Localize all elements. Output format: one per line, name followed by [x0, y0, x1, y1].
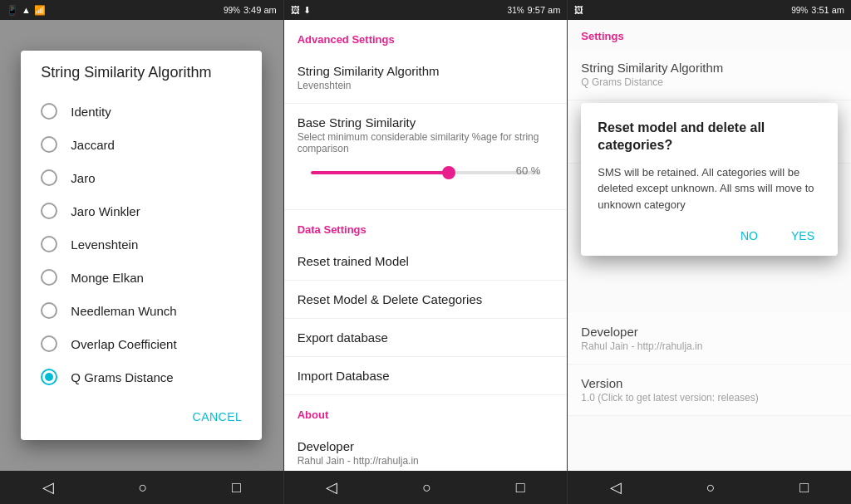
status-left-icons-3: 🖼	[574, 5, 583, 15]
radio-qgrams[interactable]	[41, 369, 57, 385]
settings-item-title: Export database	[298, 330, 554, 345]
battery-level-3: 99%	[791, 6, 808, 15]
section-data: Data Settings	[284, 210, 568, 242]
list-item[interactable]: Jaccard	[21, 128, 262, 161]
list-item[interactable]: Jaro	[21, 161, 262, 194]
battery-level-2: 31%	[508, 6, 524, 15]
section-settings: Settings	[568, 20, 851, 49]
item-title: String Similarity Algorithm	[581, 61, 838, 75]
radio-label-jaro: Jaro	[71, 171, 95, 185]
list-item[interactable]: Q Grams Distance	[21, 360, 262, 394]
signal-icon: 📶	[34, 5, 46, 16]
settings-item-title: Developer	[298, 439, 554, 453]
download-icon: ⬇	[303, 5, 311, 16]
radio-label-jaro-winkler: Jaro Winkler	[71, 204, 140, 218]
radio-label-jaccard: Jaccard	[71, 138, 115, 152]
settings-item-import[interactable]: Import Database	[284, 357, 568, 395]
screen1: 📱 ▲ 📶 99% 3:49 am String Similarity Algo…	[0, 0, 283, 504]
radio-label-levenshtein: Levenshtein	[71, 237, 138, 252]
item-title: Version	[581, 376, 838, 390]
status-bar-3: 🖼 99% 3:51 am	[568, 0, 851, 20]
back-button-3[interactable]: ◁	[610, 478, 622, 497]
radio-label-needleman: Needleman Wunch	[71, 304, 176, 318]
dialog-actions: CANCEL	[21, 397, 262, 433]
list-item[interactable]: Overlap Coefficient	[21, 327, 262, 360]
back-button-1[interactable]: ◁	[42, 478, 54, 497]
confirm-dialog-title: Reset model and delete all categories?	[598, 120, 821, 154]
time-2: 9:57 am	[528, 5, 561, 15]
radio-needleman[interactable]	[41, 302, 57, 319]
screen3: 🖼 99% 3:51 am Settings String Similarity…	[568, 0, 851, 504]
dialog-title: String Similarity Algorithm	[21, 64, 262, 95]
status-left-icons: 📱 ▲ 📶	[7, 5, 46, 16]
screen2: 🖼 ⬇ 31% 9:57 am Advanced Settings String…	[284, 0, 568, 504]
radio-label-qgrams: Q Grams Distance	[71, 370, 173, 384]
slider-thumb[interactable]	[442, 166, 455, 179]
no-button[interactable]: NO	[734, 226, 765, 246]
radio-label-monge-elkan: Monge Elkan	[71, 271, 144, 285]
settings-item-algorithm[interactable]: String Similarity Algorithm Levenshtein	[284, 52, 568, 104]
list-item[interactable]: Monge Elkan	[21, 261, 262, 294]
image-icon: 🖼	[291, 5, 300, 15]
radio-label-overlap: Overlap Coefficient	[71, 337, 176, 351]
settings-item-title: Base String Similarity	[298, 115, 554, 130]
settings-item-subtitle: Select minimum considerable similarity %…	[298, 131, 554, 154]
image-icon-3: 🖼	[574, 5, 583, 15]
radio-overlap[interactable]	[41, 335, 57, 352]
slider-container: 60 %	[298, 154, 554, 198]
phone-icon: 📱	[7, 5, 18, 16]
item-subtitle: Q Grams Distance	[581, 76, 838, 88]
radio-jaccard[interactable]	[41, 136, 57, 153]
settings-item-title: Import Database	[298, 369, 554, 383]
settings-item-subtitle: Rahul Jain - http://rahulja.in	[298, 455, 554, 467]
time-3: 3:51 am	[811, 5, 844, 15]
nav-bar-2: ◁ ○ □	[284, 471, 568, 504]
radio-monge-elkan[interactable]	[41, 269, 57, 286]
radio-jaro-winkler[interactable]	[41, 203, 57, 219]
list-item[interactable]: Jaro Winkler	[21, 194, 262, 228]
radio-identity[interactable]	[41, 103, 57, 120]
radio-label-identity: Identity	[71, 105, 111, 119]
radio-levenshtein[interactable]	[41, 236, 57, 252]
screen3-item-developer: Developer Rahul Jain - http://rahulja.in	[568, 313, 851, 365]
home-button-1[interactable]: ○	[138, 479, 147, 497]
confirm-dialog: Reset model and delete all categories? S…	[581, 103, 838, 256]
list-item[interactable]: Needleman Wunch	[21, 294, 262, 327]
settings-item-similarity[interactable]: Base String Similarity Select minimum co…	[284, 104, 568, 210]
section-advanced: Advanced Settings	[284, 20, 568, 52]
settings-item-developer[interactable]: Developer Rahul Jain - http://rahulja.in	[284, 428, 568, 471]
back-button-2[interactable]: ◁	[326, 478, 337, 497]
yes-button[interactable]: YES	[785, 226, 821, 246]
section-about: About	[284, 395, 568, 428]
radio-jaro[interactable]	[41, 169, 57, 186]
time-1: 3:49 am	[243, 5, 277, 15]
settings-item-export[interactable]: Export database	[284, 319, 568, 357]
recents-button-1[interactable]: □	[232, 479, 241, 497]
list-item[interactable]: Identity	[21, 95, 262, 128]
recents-button-3[interactable]: □	[799, 479, 809, 497]
battery-level-1: 99%	[224, 6, 240, 15]
radio-list: Identity Jaccard Jaro Jaro Winkler	[21, 95, 262, 394]
cancel-button[interactable]: CANCEL	[180, 404, 256, 430]
status-right-info: 99% 3:49 am	[224, 5, 277, 15]
slider-track[interactable]: 60 %	[311, 171, 541, 174]
status-right-info-3: 99% 3:51 am	[791, 5, 844, 15]
status-left-icons-2: 🖼 ⬇	[291, 5, 311, 16]
settings-item-reset-categories[interactable]: Reset Model & Delete Categories	[284, 281, 568, 319]
confirm-dialog-actions: NO YES	[598, 226, 821, 246]
settings-item-subtitle: Levenshtein	[298, 80, 554, 91]
list-item[interactable]: Levenshtein	[21, 228, 262, 261]
settings-item-reset-model[interactable]: Reset trained Model	[284, 242, 568, 281]
status-right-info-2: 31% 9:57 am	[508, 5, 561, 15]
settings-item-title: String Similarity Algorithm	[298, 64, 554, 78]
slider-value: 60 %	[516, 164, 541, 177]
item-subtitle: 1.0 (Click to get latest version: releas…	[581, 392, 838, 404]
recents-button-2[interactable]: □	[516, 479, 525, 497]
home-button-2[interactable]: ○	[422, 479, 431, 497]
home-button-3[interactable]: ○	[706, 479, 716, 497]
item-title: Developer	[581, 325, 838, 339]
status-bar-1: 📱 ▲ 📶 99% 3:49 am	[0, 0, 283, 20]
screen3-item-version: Version 1.0 (Click to get latest version…	[568, 365, 851, 416]
confirm-dialog-body: SMS will be retained. All categories wil…	[598, 164, 821, 213]
screen1-content: String Similarity Algorithm Identity Jac…	[0, 20, 283, 471]
